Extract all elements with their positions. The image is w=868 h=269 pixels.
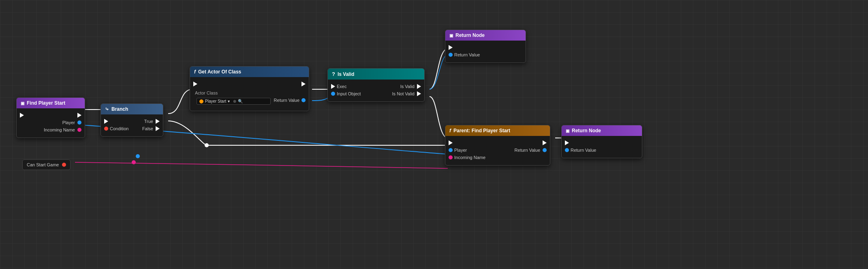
branch-title: Branch	[111, 106, 128, 112]
return-node-1-header: ▣ Return Node	[445, 30, 526, 41]
is-valid-title: Is Valid	[338, 71, 354, 77]
get-actor-title: Get Actor Of Class	[198, 69, 241, 75]
actor-class-value: Player Start	[205, 99, 226, 103]
branch-node: ⤷ Branch True Condition False	[100, 103, 163, 137]
actor-class-label: Actor Class	[193, 90, 274, 95]
return-node-2-icon: ▣	[566, 129, 569, 133]
incoming-name-label: Incoming Name	[20, 127, 77, 132]
find-player-start-node: ▣ Find Player Start Player Incoming Name	[16, 97, 85, 138]
actor-class-selector[interactable]: Player Start ▾ ⊕ 🔍	[197, 98, 271, 105]
player-label: Player	[20, 120, 77, 125]
parent-find-player-start-node: f Parent: Find Player Start Player Retur…	[445, 125, 550, 166]
input-object-pin	[331, 92, 335, 96]
return-value-pin-get	[301, 98, 306, 102]
return2-value-label: Return Value	[571, 148, 596, 153]
true-label: True	[144, 119, 153, 124]
parent-fps-header: f Parent: Find Player Start	[445, 125, 550, 136]
exec-label: Exec	[337, 84, 346, 89]
parent-fps-icon: f	[449, 128, 451, 133]
false-exec-out	[156, 126, 160, 131]
can-start-game-node: Can Start Game	[22, 159, 71, 170]
is-valid-out-label: Is Valid	[400, 84, 415, 89]
condition-pin	[104, 127, 108, 131]
chevron-icon: ▾	[228, 99, 230, 103]
branch-exec-in	[104, 119, 108, 124]
return-node-1-title: Return Node	[455, 32, 485, 38]
can-start-game-label: Can Start Game	[27, 162, 59, 167]
get-actor-header: f Get Actor Of Class	[190, 67, 309, 77]
is-valid-icon: ?	[332, 71, 335, 77]
true-exec-out	[156, 119, 160, 124]
find-player-start-header: ▣ Find Player Start	[17, 98, 85, 108]
parent-fps-player-pin	[449, 148, 453, 152]
parent-fps-title: Parent: Find Player Start	[453, 128, 510, 133]
actor-class-dot	[199, 99, 203, 103]
return-node-2-header: ▣ Return Node	[562, 125, 642, 136]
return-node-1-icon: ▣	[449, 33, 453, 38]
get-actor-icon: f	[194, 69, 196, 75]
find-player-start-title: Find Player Start	[27, 100, 65, 106]
branch-header: ⤷ Branch	[101, 104, 163, 114]
return-node-1: ▣ Return Node Return Value	[445, 30, 526, 63]
return1-exec-in	[449, 45, 453, 50]
player-pin	[77, 121, 81, 125]
parent-fps-incoming-label: Incoming Name	[454, 155, 485, 160]
branch-icon: ⤷	[105, 106, 109, 112]
parent-fps-incoming-pin	[449, 155, 453, 159]
false-label: False	[142, 126, 153, 131]
return-node-2-title: Return Node	[572, 128, 601, 133]
is-not-valid-exec-out	[417, 91, 421, 96]
get-actor-exec-out	[301, 82, 306, 86]
exec-out-pin	[77, 113, 81, 118]
parent-fps-return-label: Return Value	[515, 148, 540, 153]
is-valid-header: ? Is Valid	[328, 69, 424, 80]
return-node-2: ▣ Return Node Return Value	[561, 125, 642, 158]
is-valid-node: ? Is Valid Exec Is Valid Input Object Is…	[327, 68, 425, 102]
return2-value-pin	[565, 148, 569, 152]
svg-point-2	[132, 160, 136, 164]
svg-point-1	[136, 154, 140, 158]
node-icon-square: ▣	[21, 101, 24, 105]
condition-label: Condition	[110, 126, 128, 131]
is-not-valid-label: Is Not Valid	[392, 91, 415, 96]
get-actor-of-class-node: f Get Actor Of Class Actor Class Player …	[190, 66, 309, 111]
return2-exec-in	[565, 140, 569, 145]
parent-fps-exec-in	[449, 140, 453, 145]
parent-fps-player-label: Player	[454, 148, 467, 153]
search-icon: 🔍	[238, 99, 243, 103]
input-object-label: Input Object	[337, 91, 361, 96]
is-valid-exec-in	[331, 84, 335, 89]
return1-value-pin	[449, 53, 453, 57]
copy-icon: ⊕	[233, 99, 236, 103]
parent-fps-exec-out	[543, 140, 547, 145]
parent-fps-return-pin	[543, 148, 547, 152]
incoming-name-pin	[77, 128, 81, 132]
can-start-game-pin	[62, 163, 66, 167]
return1-value-label: Return Value	[454, 52, 480, 57]
exec-in-pin	[20, 113, 24, 118]
is-valid-exec-out	[417, 84, 421, 89]
get-actor-exec-in	[193, 82, 197, 86]
return-value-label-get: Return Value	[274, 98, 299, 103]
svg-point-0	[205, 143, 209, 147]
